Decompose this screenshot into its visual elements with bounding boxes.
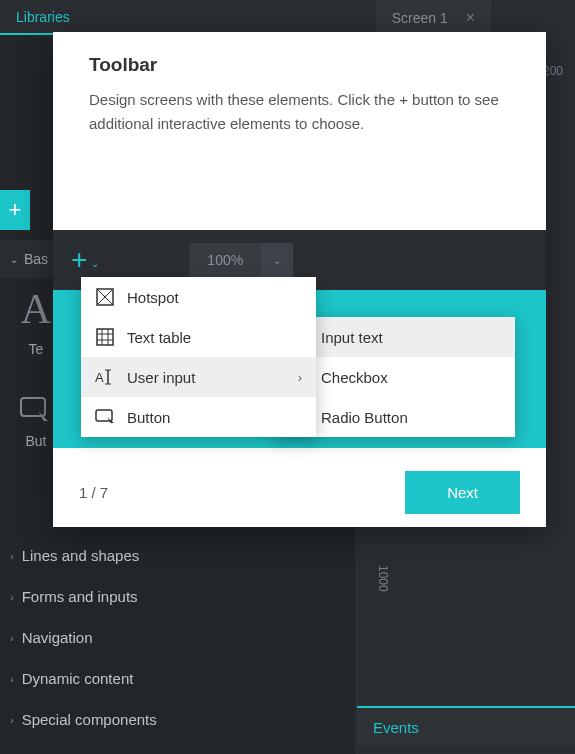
tab-screen-label: Screen 1 — [392, 10, 448, 26]
svg-rect-4 — [97, 329, 113, 345]
modal-footer: 1 / 7 Next — [53, 457, 546, 527]
menu-label: User input — [127, 369, 195, 386]
add-element-button[interactable]: + ⌄ — [71, 244, 99, 276]
add-element-menu: Hotspot Text table A User input › Button — [81, 277, 316, 437]
menu-item-button[interactable]: Button — [81, 397, 316, 437]
tab-events[interactable]: Events — [357, 706, 575, 746]
top-tabs: Libraries Screen 1 × — [0, 0, 575, 35]
button-widget-icon — [20, 397, 52, 425]
widget-text-label: Te — [29, 341, 44, 357]
chevron-down-icon: ⌄ — [91, 258, 99, 269]
widget-grid: A Te But — [20, 285, 52, 449]
button-icon — [95, 407, 115, 427]
section-forms-inputs[interactable]: ›Forms and inputs — [0, 576, 355, 617]
section-label: Forms and inputs — [22, 588, 138, 605]
chevron-right-icon: › — [10, 632, 14, 644]
chevron-down-icon: ⌄ — [273, 255, 281, 266]
basic-label: Bas — [24, 251, 48, 267]
next-button[interactable]: Next — [405, 471, 520, 514]
chevron-right-icon: › — [10, 550, 14, 562]
chevron-down-icon: ⌄ — [10, 254, 18, 265]
menu-label: Text table — [127, 329, 191, 346]
section-navigation[interactable]: ›Navigation — [0, 617, 355, 658]
submenu-label: Radio Button — [321, 409, 408, 426]
next-label: Next — [447, 484, 478, 501]
menu-label: Button — [127, 409, 170, 426]
events-label: Events — [373, 719, 419, 736]
hotspot-icon — [95, 287, 115, 307]
tab-screen[interactable]: Screen 1 × — [376, 0, 491, 35]
chevron-right-icon: › — [10, 673, 14, 685]
section-label: Navigation — [22, 629, 93, 646]
section-label: Special components — [22, 711, 157, 728]
tab-libraries-label: Libraries — [16, 9, 70, 25]
zoom-value: 100% — [207, 252, 243, 268]
widget-text[interactable]: A Te — [20, 285, 52, 357]
tab-libraries[interactable]: Libraries — [0, 0, 86, 35]
submenu-label: Checkbox — [321, 369, 388, 386]
text-widget-icon: A — [21, 285, 51, 333]
close-icon[interactable]: × — [466, 9, 475, 27]
chevron-right-icon: › — [10, 714, 14, 726]
section-special-components[interactable]: ›Special components — [0, 699, 355, 740]
submenu-label: Input text — [321, 329, 383, 346]
svg-text:A: A — [95, 370, 104, 385]
svg-rect-0 — [21, 398, 45, 416]
chevron-right-icon: › — [298, 370, 302, 385]
step-indicator: 1 / 7 — [79, 484, 108, 501]
menu-item-hotspot[interactable]: Hotspot — [81, 277, 316, 317]
plus-icon: + — [71, 244, 87, 276]
modal-title: Toolbar — [89, 54, 510, 76]
onboarding-modal: Toolbar Design screens with these elemen… — [53, 32, 546, 527]
add-widget-button[interactable]: + — [0, 190, 30, 230]
plus-icon: + — [9, 197, 22, 223]
section-lines-shapes[interactable]: ›Lines and shapes — [0, 535, 355, 576]
widget-button-label: But — [25, 433, 46, 449]
zoom-level[interactable]: 100% — [189, 243, 261, 277]
section-label: Dynamic content — [22, 670, 134, 687]
ruler-side-mark: 1000 — [376, 565, 390, 592]
table-icon — [95, 327, 115, 347]
section-list: ›Lines and shapes ›Forms and inputs ›Nav… — [0, 535, 355, 740]
widget-button[interactable]: But — [20, 397, 52, 449]
menu-label: Hotspot — [127, 289, 179, 306]
section-label: Lines and shapes — [22, 547, 140, 564]
menu-item-text-table[interactable]: Text table — [81, 317, 316, 357]
chevron-right-icon: › — [10, 591, 14, 603]
modal-header: Toolbar Design screens with these elemen… — [53, 32, 546, 148]
section-dynamic-content[interactable]: ›Dynamic content — [0, 658, 355, 699]
zoom-dropdown[interactable]: ⌄ — [261, 243, 293, 277]
input-icon: A — [95, 367, 115, 387]
menu-item-user-input[interactable]: A User input › — [81, 357, 316, 397]
modal-description: Design screens with these elements. Clic… — [89, 88, 510, 136]
